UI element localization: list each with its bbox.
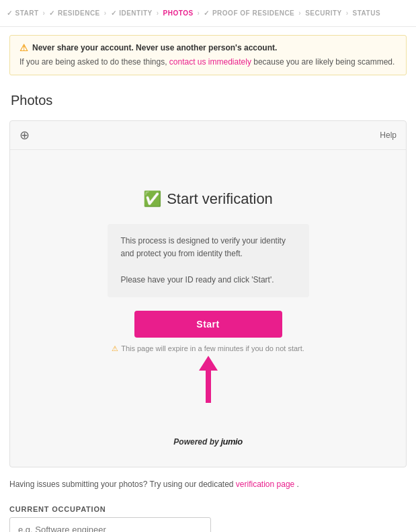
verify-check-icon: ✅	[143, 190, 161, 208]
contact-link[interactable]: contact us immediately	[169, 57, 253, 67]
verify-title: ✅ Start verification	[143, 190, 273, 208]
globe-icon: ⊕	[19, 128, 30, 143]
warning-banner: ⚠ Never share your account. Never use an…	[9, 35, 407, 75]
step-residence[interactable]: ✓ RESIDENCE	[49, 9, 99, 17]
verification-note: Having issues submitting your photos? Tr…	[0, 473, 416, 498]
step-status[interactable]: STATUS	[353, 9, 381, 17]
widget-header: ⊕ Help	[10, 121, 406, 150]
start-button[interactable]: Start	[134, 311, 282, 338]
verification-widget: ⊕ Help ✅ Start verification This process…	[9, 120, 407, 467]
step-start[interactable]: ✓ START	[7, 9, 39, 17]
arrow-svg	[196, 356, 220, 403]
expire-notice: ⚠ This page will expire in a few minutes…	[112, 344, 304, 353]
widget-body: ✅ Start verification This process is des…	[10, 150, 406, 467]
step-photos[interactable]: PHOTOS	[163, 9, 194, 17]
svg-marker-0	[199, 356, 218, 403]
arrow-annotation	[196, 356, 220, 403]
expire-warn-icon: ⚠	[112, 344, 118, 353]
occupation-form: CURRENT OCCUPATION Submit	[0, 498, 416, 532]
step-security[interactable]: SECURITY	[305, 9, 342, 17]
verify-description: This process is designed to verify your …	[108, 224, 309, 297]
verification-page-link[interactable]: verification page	[236, 480, 297, 489]
occupation-label: CURRENT OCCUPATION	[9, 505, 407, 513]
help-link[interactable]: Help	[380, 130, 397, 140]
occupation-input[interactable]	[9, 517, 211, 532]
step-identity[interactable]: ✓ IDENTITY	[111, 9, 153, 17]
step-proof[interactable]: ✓ PROOF OF RESIDENCE	[204, 9, 294, 17]
warning-icon: ⚠	[19, 42, 28, 53]
progress-bar: ✓ START › ✓ RESIDENCE › ✓ IDENTITY › PHO…	[0, 0, 416, 27]
powered-by: Powered by jumio	[173, 436, 242, 447]
page-title: Photos	[0, 83, 416, 115]
